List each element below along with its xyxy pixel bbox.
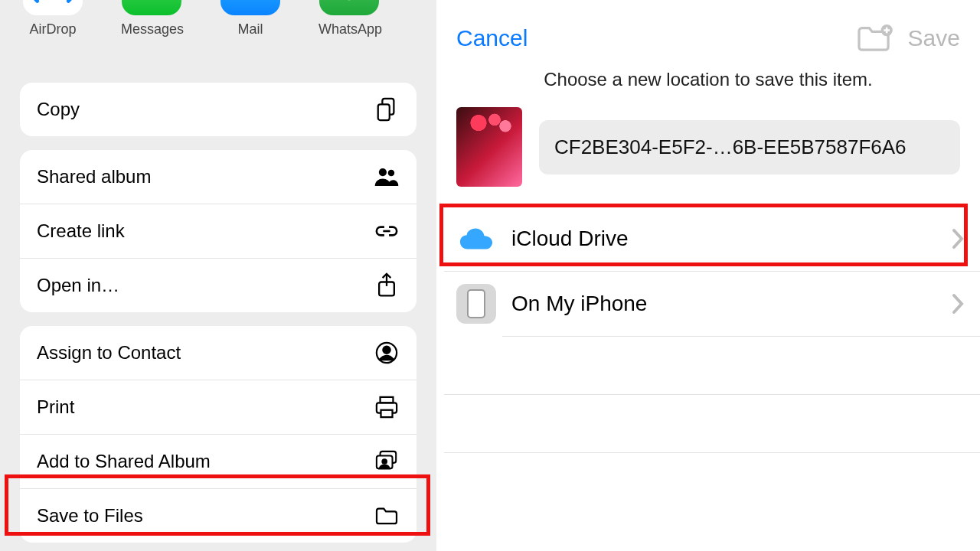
printer-icon bbox=[374, 394, 400, 420]
filename-field[interactable]: CF2BE304-E5F2-…6B-EE5B7587F6A6 bbox=[539, 120, 960, 174]
action-label: Assign to Contact bbox=[37, 342, 181, 364]
action-label: Open in… bbox=[37, 275, 119, 296]
action-open-in[interactable]: Open in… bbox=[20, 259, 416, 312]
location-icloud-drive[interactable]: iCloud Drive bbox=[444, 207, 980, 272]
share-up-icon bbox=[374, 272, 400, 298]
location-on-my-iphone[interactable]: On My iPhone bbox=[444, 272, 980, 336]
save-topbar: Cancel Save bbox=[436, 0, 980, 66]
svg-rect-4 bbox=[378, 104, 390, 120]
copy-icon bbox=[374, 96, 400, 122]
share-app-label: WhatsApp bbox=[318, 21, 380, 37]
action-assign-contact[interactable]: Assign to Contact bbox=[20, 326, 416, 380]
action-label: Print bbox=[37, 396, 74, 418]
location-label: On My iPhone bbox=[511, 292, 951, 316]
action-save-to-files[interactable]: Save to Files bbox=[20, 489, 416, 543]
share-app-mail[interactable]: Mail bbox=[220, 0, 280, 37]
action-add-shared-album[interactable]: Add to Shared Album bbox=[20, 435, 416, 489]
svg-point-9 bbox=[383, 347, 390, 354]
chevron-right-icon bbox=[951, 292, 965, 315]
file-row: CF2BE304-E5F2-…6B-EE5B7587F6A6 bbox=[436, 90, 980, 207]
svg-point-6 bbox=[388, 170, 395, 177]
action-print[interactable]: Print bbox=[20, 380, 416, 435]
chevron-right-icon bbox=[951, 227, 965, 250]
share-apps-row: AirDrop Messages Mail WhatsApp bbox=[0, 0, 436, 69]
share-app-whatsapp[interactable]: WhatsApp bbox=[318, 0, 380, 37]
contact-icon bbox=[374, 340, 400, 366]
action-create-link[interactable]: Create link bbox=[20, 204, 416, 259]
share-app-label: Messages bbox=[121, 21, 182, 37]
whatsapp-icon bbox=[319, 0, 379, 15]
iphone-icon bbox=[456, 284, 496, 324]
empty-row bbox=[444, 395, 980, 453]
share-app-airdrop[interactable]: AirDrop bbox=[23, 0, 83, 37]
action-label: Create link bbox=[37, 220, 125, 242]
action-group: Assign to Contact Print Add to Shared Al… bbox=[20, 326, 416, 543]
new-folder-icon[interactable] bbox=[856, 23, 893, 54]
save-button[interactable]: Save bbox=[908, 25, 960, 51]
empty-row bbox=[444, 453, 980, 511]
people-icon bbox=[374, 164, 400, 190]
action-shared-album[interactable]: Shared album bbox=[20, 150, 416, 204]
action-label: Add to Shared Album bbox=[37, 451, 211, 472]
svg-rect-12 bbox=[381, 410, 393, 417]
stacked-people-icon bbox=[374, 448, 400, 474]
share-app-messages[interactable]: Messages bbox=[121, 0, 182, 37]
file-thumbnail bbox=[456, 107, 522, 187]
action-group: Shared album Create link Open in… bbox=[20, 150, 416, 312]
action-copy[interactable]: Copy bbox=[20, 83, 416, 136]
share-app-label: Mail bbox=[220, 21, 280, 37]
action-label: Copy bbox=[37, 99, 80, 120]
action-label: Save to Files bbox=[37, 505, 143, 527]
link-icon bbox=[374, 218, 400, 244]
empty-row bbox=[444, 337, 980, 395]
cancel-button[interactable]: Cancel bbox=[456, 25, 528, 51]
share-sheet: AirDrop Messages Mail WhatsApp bbox=[0, 0, 436, 551]
messages-icon bbox=[122, 0, 181, 15]
locations-list: iCloud Drive On My iPhone bbox=[436, 207, 980, 511]
icloud-icon bbox=[456, 219, 496, 259]
share-app-label: AirDrop bbox=[23, 21, 83, 37]
location-label: iCloud Drive bbox=[511, 227, 951, 251]
mail-icon bbox=[220, 0, 280, 15]
svg-rect-17 bbox=[468, 290, 485, 318]
save-panel: Cancel Save Choose a new location to sav… bbox=[436, 0, 980, 551]
svg-point-5 bbox=[379, 168, 387, 176]
save-prompt: Choose a new location to save this item. bbox=[436, 69, 980, 90]
airdrop-icon bbox=[23, 0, 83, 15]
action-label: Shared album bbox=[37, 166, 151, 187]
action-group: Copy bbox=[20, 83, 416, 136]
svg-point-15 bbox=[382, 459, 387, 464]
folder-icon bbox=[374, 503, 400, 529]
